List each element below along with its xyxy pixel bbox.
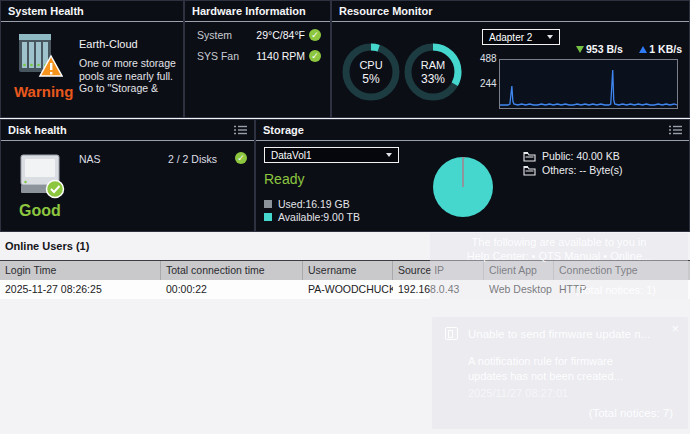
download-speed: 953 B/s	[576, 43, 623, 55]
disk-group-name: NAS	[79, 153, 101, 165]
storage-title: Storage	[263, 120, 304, 140]
resource-monitor-title: Resource Monitor	[339, 1, 433, 21]
disk-health-header: Disk health	[1, 120, 254, 141]
share-others: Others: -- Byte(s)	[523, 164, 623, 176]
column-header-username[interactable]: Username	[303, 261, 393, 280]
cpu-percent: 5%	[362, 72, 379, 86]
hardware-label: SYS Fan	[197, 50, 248, 62]
column-header-login-time[interactable]: Login Time	[0, 261, 161, 280]
cell-connection-time: 00:00:22	[161, 280, 303, 299]
volume-status: Ready	[264, 171, 304, 187]
health-message-line2: pools are nearly full.	[79, 70, 179, 83]
network-traffic-line	[500, 70, 677, 105]
folder-icon	[523, 151, 536, 162]
hardware-value: 1140 RPM	[248, 50, 305, 62]
available-legend: Available:9.00 TB	[264, 211, 360, 223]
upload-arrow-icon	[639, 46, 647, 53]
help-toast-total: (Total notices: 1)	[575, 284, 656, 298]
volume-select-value: DataVol1	[271, 150, 312, 161]
disk-count: 2 / 2 Disks	[168, 153, 217, 165]
graph-ytick-488: 488	[480, 53, 496, 64]
system-health-panel: System Health Earth-Cloud One or more st…	[0, 0, 184, 118]
hardware-value: 29°C/84°F	[248, 29, 305, 41]
resource-monitor-panel: Resource Monitor CPU 5% RAM 33% Adapter …	[331, 0, 690, 118]
online-users-title: Online Users (1)	[5, 240, 89, 252]
storage-usage-pie	[433, 157, 493, 217]
firmware-toast-timestamp: 2025/11/27 08:27:01	[468, 387, 568, 399]
good-check-icon	[47, 181, 64, 198]
adapter-select-value: Adapter 2	[489, 32, 532, 43]
ram-label: RAM	[421, 59, 445, 71]
column-header-connection-time[interactable]: Total connection time	[161, 261, 303, 280]
hardware-info-panel: Hardware Information System 29°C/84°F ✓ …	[184, 0, 331, 118]
graph-ytick-244: 244	[480, 78, 496, 89]
used-swatch	[264, 200, 272, 208]
storage-header: Storage	[256, 120, 689, 141]
firmware-toast-total: (Total notices: 7)	[589, 407, 673, 419]
cpu-usage-donut: CPU 5%	[342, 43, 400, 101]
firmware-toast-title: Unable to send firmware update n...	[468, 328, 673, 340]
ok-check-icon: ✓	[309, 29, 321, 41]
disk-status-badge: Good	[19, 202, 61, 220]
hardware-info-header: Hardware Information	[185, 1, 330, 22]
cell-login-time: 2025-11-27 08:26:25	[0, 280, 161, 299]
ram-percent: 33%	[421, 72, 445, 86]
help-toast-line2: Help Center: • QTS Manual • Online...	[430, 250, 688, 264]
notification-icon	[445, 327, 458, 340]
used-legend: Used:16.19 GB	[264, 198, 350, 210]
firmware-toast-body: A notification rule for firmware updates…	[468, 354, 668, 384]
folder-icon	[523, 165, 536, 176]
help-toast-line1: The following are available to you in	[430, 236, 688, 250]
hardware-info-title: Hardware Information	[192, 1, 306, 21]
list-view-icon[interactable]	[234, 125, 247, 135]
cell-username: PA-WOODCHUCK	[303, 280, 393, 299]
adapter-select[interactable]: Adapter 2	[482, 29, 560, 45]
health-message-line3: Go to "Storage &	[79, 82, 179, 95]
upload-speed: 1 KB/s	[639, 43, 682, 55]
available-swatch	[264, 213, 272, 221]
disk-drive-icon	[17, 149, 65, 199]
disk-health-panel: Disk health NAS 2 / 2 Disks ✓ Good	[0, 119, 255, 232]
chevron-down-icon	[547, 35, 553, 39]
hardware-label: System	[197, 29, 248, 41]
network-traffic-graph	[499, 59, 678, 109]
disk-health-title: Disk health	[8, 120, 67, 140]
download-arrow-icon	[576, 46, 584, 53]
system-health-header: System Health	[1, 1, 183, 22]
resource-monitor-header: Resource Monitor	[332, 1, 689, 22]
share-public: Public: 40.00 KB	[523, 150, 620, 162]
hardware-row-system: System 29°C/84°F ✓	[197, 29, 321, 41]
help-center-toast[interactable]: The following are available to you in He…	[430, 233, 688, 299]
volume-select[interactable]: DataVol1	[264, 147, 399, 163]
ram-usage-donut: RAM 33%	[404, 43, 462, 101]
list-view-icon[interactable]	[669, 125, 682, 135]
device-name: Earth-Cloud	[79, 38, 179, 50]
system-health-title: System Health	[8, 1, 84, 21]
disk-ok-check-icon: ✓	[235, 152, 247, 164]
health-status-badge: Warning	[14, 83, 73, 100]
firmware-notice-toast[interactable]: × Unable to send firmware update n... A …	[432, 317, 688, 429]
chevron-down-icon	[386, 153, 392, 157]
pie-used-slice	[462, 157, 464, 187]
cpu-label: CPU	[359, 59, 382, 71]
ok-check-icon: ✓	[309, 50, 321, 62]
nas-device-icon	[13, 30, 63, 80]
health-message-line1: One or more storage	[79, 57, 179, 70]
storage-panel: Storage DataVol1 Ready Used:16.19 GB Ava…	[255, 119, 690, 232]
hardware-row-fan: SYS Fan 1140 RPM ✓	[197, 50, 321, 62]
